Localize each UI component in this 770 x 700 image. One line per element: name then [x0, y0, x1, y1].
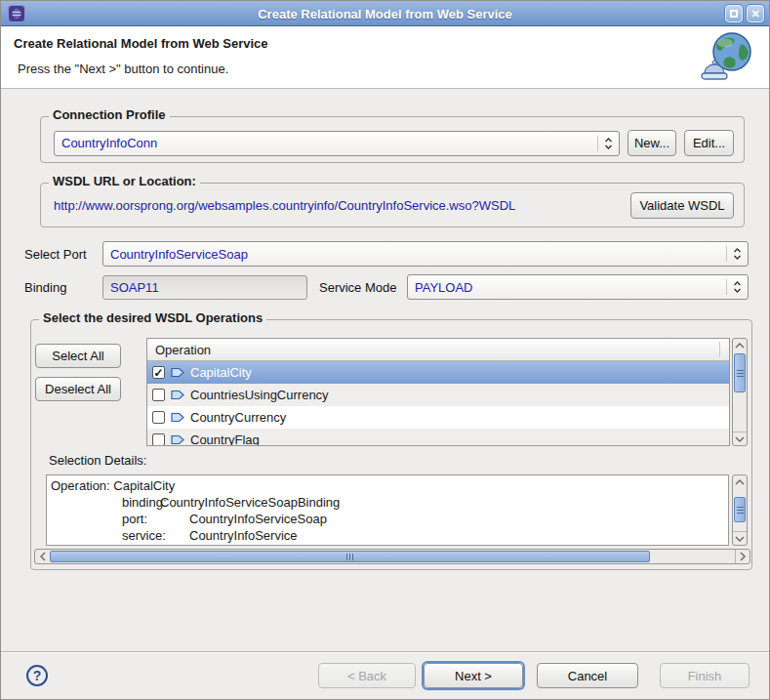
title-bar[interactable]: Create Relational Model from Web Service…	[1, 1, 769, 26]
edit-button[interactable]: Edit...	[684, 130, 734, 156]
button-bar: ? < Back Next > Cancel Finish	[1, 651, 769, 699]
combo-arrows-icon	[727, 275, 748, 299]
detail-line: Operation: CapitalCity	[51, 477, 728, 494]
select-port-combo[interactable]: CountryInfoServiceSoap	[102, 241, 749, 267]
detail-text: Operation: CapitalCity	[51, 478, 175, 493]
scroll-up-icon[interactable]	[733, 475, 747, 489]
operation-checkbox[interactable]	[152, 389, 165, 401]
combo-arrows-icon	[598, 132, 619, 155]
scrollbar-thumb[interactable]	[50, 551, 650, 562]
operations-table: Operation ✓CapitalCityCountriesUsingCurr…	[146, 338, 730, 446]
select-all-button[interactable]: Select All	[35, 344, 121, 368]
web-service-globe-icon	[701, 30, 753, 86]
selection-details-box[interactable]: Operation: CapitalCitybinding:CountryInf…	[46, 474, 729, 546]
operations-column-header[interactable]: Operation	[147, 339, 729, 361]
operation-icon	[171, 390, 184, 400]
maximize-button[interactable]	[725, 5, 743, 22]
detail-line: port:CountryInfoServiceSoap	[51, 511, 728, 527]
combo-arrows-icon	[727, 242, 748, 266]
detail-value: CountryInfoService	[189, 527, 298, 544]
page-title: Create Relational Model from Web Service	[14, 36, 268, 51]
select-port-value: CountryInfoServiceSoap	[103, 242, 726, 266]
selection-details-label: Selection Details:	[49, 453, 146, 468]
scroll-down-icon[interactable]	[733, 432, 747, 445]
wizard-banner: Create Relational Model from Web Service…	[1, 26, 769, 89]
new-button[interactable]: New...	[628, 130, 676, 156]
detail-key: port:	[122, 512, 147, 526]
connection-profile-combo[interactable]: CountryInfoConn	[54, 131, 620, 156]
operation-icon	[171, 434, 184, 445]
help-button[interactable]: ?	[26, 665, 48, 686]
select-port-label: Select Port	[24, 241, 99, 267]
operations-legend: Select the desired WSDL Operations	[39, 310, 266, 325]
scrollbar-thumb[interactable]	[734, 497, 746, 522]
connection-profile-legend: Connection Profile	[49, 107, 170, 122]
operations-horizontal-scrollbar[interactable]	[34, 549, 750, 564]
service-mode-combo[interactable]: PAYLOAD	[407, 274, 749, 300]
window-title: Create Relational Model from Web Service	[1, 1, 769, 26]
connection-profile-group: Connection Profile CountryInfoConn New..…	[40, 116, 745, 163]
operation-icon	[171, 367, 184, 378]
operation-checkbox[interactable]	[152, 433, 165, 446]
operation-row[interactable]: CountryCurrency	[147, 406, 729, 429]
operation-row[interactable]: CountriesUsingCurrency	[147, 384, 729, 406]
scroll-up-icon[interactable]	[733, 339, 747, 352]
binding-field: SOAP11	[102, 275, 307, 300]
operation-label: CapitalCity	[190, 365, 252, 380]
binding-label: Binding	[24, 280, 99, 295]
close-icon: ✕	[750, 8, 759, 21]
finish-button[interactable]: Finish	[660, 663, 750, 688]
operations-vertical-scrollbar[interactable]	[732, 338, 748, 446]
service-mode-label: Service Mode	[319, 280, 403, 295]
scroll-down-icon[interactable]	[733, 531, 747, 545]
validate-wsdl-button[interactable]: Validate WSDL	[630, 192, 734, 219]
next-button[interactable]: Next >	[424, 663, 523, 688]
eclipse-logo-icon	[8, 5, 25, 22]
operations-group: Select the desired WSDL Operations Selec…	[30, 319, 752, 570]
cancel-button[interactable]: Cancel	[537, 663, 638, 688]
service-mode-value: PAYLOAD	[408, 275, 726, 299]
operation-label: CountryCurrency	[190, 410, 286, 425]
operation-row[interactable]: CountryFlag	[147, 429, 729, 446]
wsdl-url-legend: WSDL URL or Location:	[49, 174, 200, 188]
connection-profile-value: CountryInfoConn	[55, 132, 597, 155]
scroll-left-icon[interactable]	[35, 550, 50, 563]
detail-key: service:	[122, 528, 166, 543]
operation-checkbox[interactable]	[152, 411, 165, 424]
operation-label: CountryFlag	[190, 432, 260, 446]
detail-line: service:CountryInfoService	[51, 527, 728, 544]
wsdl-url-text: http://www.oorsprong.org/websamples.coun…	[54, 198, 621, 213]
details-vertical-scrollbar[interactable]	[732, 474, 748, 546]
scrollbar-thumb[interactable]	[734, 353, 746, 392]
page-subtitle: Press the "Next >" button to continue.	[18, 62, 228, 76]
operation-label: CountriesUsingCurrency	[190, 388, 329, 402]
help-icon: ?	[33, 668, 42, 683]
wsdl-url-group: WSDL URL or Location: http://www.oorspro…	[40, 183, 745, 227]
detail-value: CountryInfoServiceSoapBinding	[160, 494, 340, 511]
operation-icon	[171, 412, 184, 423]
operation-checkbox[interactable]: ✓	[152, 366, 165, 379]
wizard-dialog: Create Relational Model from Web Service…	[0, 0, 770, 700]
detail-value: CountryInfoServiceSoap	[189, 511, 327, 527]
deselect-all-button[interactable]: Deselect All	[35, 377, 121, 401]
selection-details-lines: Operation: CapitalCitybinding:CountryInf…	[51, 477, 728, 544]
close-button[interactable]: ✕	[747, 5, 764, 22]
scroll-right-icon[interactable]	[735, 550, 750, 563]
detail-line: binding:CountryInfoServiceSoapBinding	[51, 494, 728, 511]
maximize-icon	[730, 10, 738, 18]
back-button[interactable]: < Back	[318, 663, 416, 688]
operation-row[interactable]: ✓CapitalCity	[147, 361, 729, 384]
operations-rows: ✓CapitalCityCountriesUsingCurrencyCountr…	[147, 361, 729, 446]
